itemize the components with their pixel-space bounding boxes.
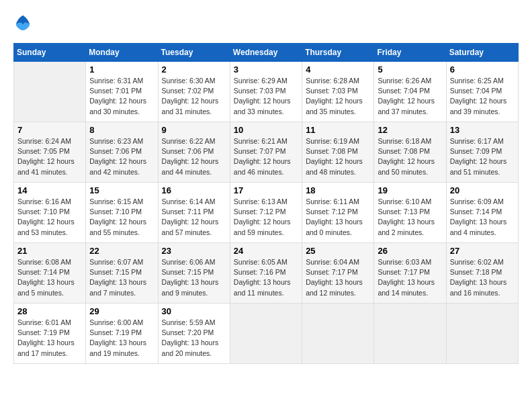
calendar-week-row: 14Sunrise: 6:16 AM Sunset: 7:10 PM Dayli… <box>14 183 519 243</box>
day-info: Sunrise: 6:17 AM Sunset: 7:09 PM Dayligh… <box>450 136 515 177</box>
day-info: Sunrise: 6:18 AM Sunset: 7:08 PM Dayligh… <box>378 136 442 177</box>
calendar-cell: 8Sunrise: 6:23 AM Sunset: 7:06 PM Daylig… <box>86 122 158 183</box>
calendar-cell: 29Sunrise: 6:00 AM Sunset: 7:19 PM Dayli… <box>86 304 158 364</box>
calendar-header: SundayMondayTuesdayWednesdayThursdayFrid… <box>14 44 519 62</box>
day-info: Sunrise: 6:15 AM Sunset: 7:10 PM Dayligh… <box>89 197 154 238</box>
day-number: 17 <box>234 185 298 195</box>
day-number: 10 <box>234 125 298 135</box>
calendar-cell: 24Sunrise: 6:05 AM Sunset: 7:16 PM Dayli… <box>230 243 302 304</box>
day-info: Sunrise: 6:09 AM Sunset: 7:14 PM Dayligh… <box>450 197 515 238</box>
day-info: Sunrise: 6:00 AM Sunset: 7:19 PM Dayligh… <box>89 318 154 359</box>
day-info: Sunrise: 6:28 AM Sunset: 7:03 PM Dayligh… <box>306 76 370 117</box>
day-number: 8 <box>89 125 154 135</box>
day-number: 14 <box>17 185 82 195</box>
calendar-cell: 18Sunrise: 6:11 AM Sunset: 7:12 PM Dayli… <box>302 183 374 243</box>
day-number: 19 <box>378 185 442 195</box>
day-info: Sunrise: 6:13 AM Sunset: 7:12 PM Dayligh… <box>234 197 298 238</box>
day-info: Sunrise: 6:29 AM Sunset: 7:03 PM Dayligh… <box>234 76 298 117</box>
calendar-cell: 16Sunrise: 6:14 AM Sunset: 7:11 PM Dayli… <box>158 183 230 243</box>
day-number: 20 <box>450 185 515 195</box>
day-number: 23 <box>162 246 226 256</box>
calendar-cell <box>14 62 86 122</box>
calendar-cell <box>302 304 374 364</box>
calendar-table: SundayMondayTuesdayWednesdayThursdayFrid… <box>13 43 519 364</box>
calendar-cell <box>230 304 302 364</box>
calendar-cell: 23Sunrise: 6:06 AM Sunset: 7:15 PM Dayli… <box>158 243 230 304</box>
day-number: 28 <box>17 306 82 316</box>
day-number: 3 <box>234 64 298 75</box>
calendar-day-header: Sunday <box>14 44 86 62</box>
day-number: 29 <box>89 306 154 316</box>
calendar-cell: 30Sunrise: 5:59 AM Sunset: 7:20 PM Dayli… <box>158 304 230 364</box>
page-header <box>13 13 519 32</box>
calendar-cell <box>374 304 446 364</box>
calendar-cell: 6Sunrise: 6:25 AM Sunset: 7:04 PM Daylig… <box>446 62 518 122</box>
day-info: Sunrise: 6:22 AM Sunset: 7:06 PM Dayligh… <box>162 136 226 177</box>
calendar-cell: 22Sunrise: 6:07 AM Sunset: 7:15 PM Dayli… <box>86 243 158 304</box>
calendar-cell: 14Sunrise: 6:16 AM Sunset: 7:10 PM Dayli… <box>14 183 86 243</box>
calendar-cell: 15Sunrise: 6:15 AM Sunset: 7:10 PM Dayli… <box>86 183 158 243</box>
calendar-cell <box>446 304 518 364</box>
day-number: 7 <box>17 125 82 135</box>
day-info: Sunrise: 6:14 AM Sunset: 7:11 PM Dayligh… <box>162 197 226 238</box>
calendar-cell: 28Sunrise: 6:01 AM Sunset: 7:19 PM Dayli… <box>14 304 86 364</box>
day-number: 30 <box>162 306 226 316</box>
calendar-week-row: 1Sunrise: 6:31 AM Sunset: 7:01 PM Daylig… <box>14 62 519 122</box>
day-number: 5 <box>378 64 442 75</box>
calendar-cell: 17Sunrise: 6:13 AM Sunset: 7:12 PM Dayli… <box>230 183 302 243</box>
calendar-cell: 26Sunrise: 6:03 AM Sunset: 7:17 PM Dayli… <box>374 243 446 304</box>
day-number: 15 <box>89 185 154 195</box>
day-number: 4 <box>306 64 370 75</box>
day-info: Sunrise: 6:03 AM Sunset: 7:17 PM Dayligh… <box>378 257 442 298</box>
day-number: 1 <box>89 64 154 75</box>
day-info: Sunrise: 6:24 AM Sunset: 7:05 PM Dayligh… <box>17 136 82 177</box>
calendar-cell: 4Sunrise: 6:28 AM Sunset: 7:03 PM Daylig… <box>302 62 374 122</box>
day-number: 27 <box>450 246 515 256</box>
day-info: Sunrise: 6:11 AM Sunset: 7:12 PM Dayligh… <box>306 197 370 238</box>
day-info: Sunrise: 6:31 AM Sunset: 7:01 PM Dayligh… <box>89 76 154 117</box>
calendar-week-row: 7Sunrise: 6:24 AM Sunset: 7:05 PM Daylig… <box>14 122 519 183</box>
calendar-cell: 5Sunrise: 6:26 AM Sunset: 7:04 PM Daylig… <box>374 62 446 122</box>
calendar-week-row: 21Sunrise: 6:08 AM Sunset: 7:14 PM Dayli… <box>14 243 519 304</box>
calendar-day-header: Monday <box>86 44 158 62</box>
day-number: 6 <box>450 64 515 75</box>
logo-icon <box>13 13 32 32</box>
day-info: Sunrise: 6:07 AM Sunset: 7:15 PM Dayligh… <box>89 257 154 298</box>
logo <box>13 13 35 32</box>
calendar-cell: 13Sunrise: 6:17 AM Sunset: 7:09 PM Dayli… <box>446 122 518 183</box>
calendar-cell: 2Sunrise: 6:30 AM Sunset: 7:02 PM Daylig… <box>158 62 230 122</box>
day-info: Sunrise: 6:23 AM Sunset: 7:06 PM Dayligh… <box>89 136 154 177</box>
day-number: 24 <box>234 246 298 256</box>
calendar-cell: 1Sunrise: 6:31 AM Sunset: 7:01 PM Daylig… <box>86 62 158 122</box>
day-info: Sunrise: 6:10 AM Sunset: 7:13 PM Dayligh… <box>378 197 442 238</box>
day-info: Sunrise: 6:21 AM Sunset: 7:07 PM Dayligh… <box>234 136 298 177</box>
day-info: Sunrise: 6:19 AM Sunset: 7:08 PM Dayligh… <box>306 136 370 177</box>
day-number: 22 <box>89 246 154 256</box>
calendar-cell: 20Sunrise: 6:09 AM Sunset: 7:14 PM Dayli… <box>446 183 518 243</box>
day-info: Sunrise: 5:59 AM Sunset: 7:20 PM Dayligh… <box>162 318 226 359</box>
day-number: 18 <box>306 185 370 195</box>
day-info: Sunrise: 6:06 AM Sunset: 7:15 PM Dayligh… <box>162 257 226 298</box>
calendar-cell: 19Sunrise: 6:10 AM Sunset: 7:13 PM Dayli… <box>374 183 446 243</box>
calendar-week-row: 28Sunrise: 6:01 AM Sunset: 7:19 PM Dayli… <box>14 304 519 364</box>
calendar-day-header: Thursday <box>302 44 374 62</box>
day-number: 11 <box>306 125 370 135</box>
calendar-day-header: Saturday <box>446 44 518 62</box>
calendar-cell: 11Sunrise: 6:19 AM Sunset: 7:08 PM Dayli… <box>302 122 374 183</box>
day-number: 16 <box>162 185 226 195</box>
day-info: Sunrise: 6:16 AM Sunset: 7:10 PM Dayligh… <box>17 197 82 238</box>
day-info: Sunrise: 6:26 AM Sunset: 7:04 PM Dayligh… <box>378 76 442 117</box>
calendar-cell: 21Sunrise: 6:08 AM Sunset: 7:14 PM Dayli… <box>14 243 86 304</box>
calendar-day-header: Wednesday <box>230 44 302 62</box>
calendar-cell: 27Sunrise: 6:02 AM Sunset: 7:18 PM Dayli… <box>446 243 518 304</box>
day-info: Sunrise: 6:25 AM Sunset: 7:04 PM Dayligh… <box>450 76 515 117</box>
calendar-day-header: Tuesday <box>158 44 230 62</box>
calendar-cell: 12Sunrise: 6:18 AM Sunset: 7:08 PM Dayli… <box>374 122 446 183</box>
day-number: 12 <box>378 125 442 135</box>
day-info: Sunrise: 6:02 AM Sunset: 7:18 PM Dayligh… <box>450 257 515 298</box>
day-number: 13 <box>450 125 515 135</box>
day-number: 25 <box>306 246 370 256</box>
calendar-cell: 7Sunrise: 6:24 AM Sunset: 7:05 PM Daylig… <box>14 122 86 183</box>
calendar-cell: 3Sunrise: 6:29 AM Sunset: 7:03 PM Daylig… <box>230 62 302 122</box>
day-info: Sunrise: 6:05 AM Sunset: 7:16 PM Dayligh… <box>234 257 298 298</box>
